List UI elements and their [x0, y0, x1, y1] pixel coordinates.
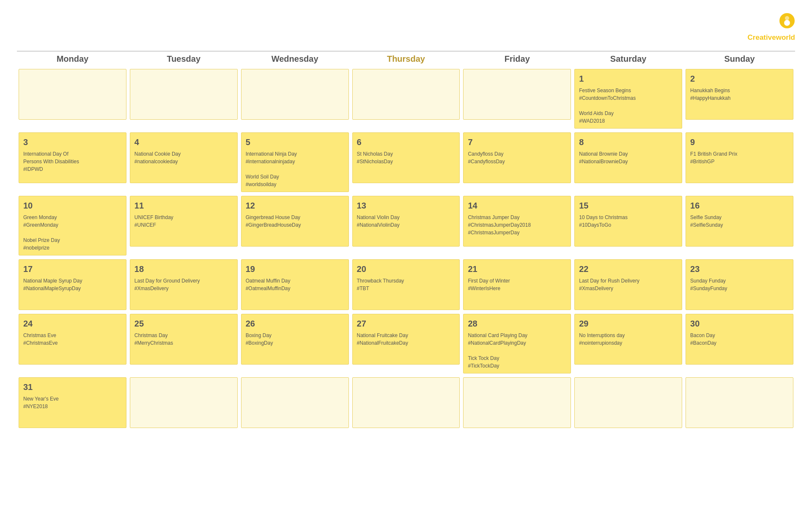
calendar-cell: 12Gingerbread House Day#GingerBreadHouse…	[239, 194, 351, 258]
day-number: 18	[134, 263, 233, 275]
empty-cell	[130, 377, 238, 428]
col-header-friday: Friday	[461, 51, 573, 67]
day-number: 31	[23, 381, 122, 393]
week-row-5: 24Christmas Eve#ChristmasEve25Christmas …	[17, 312, 795, 376]
calendar-cell: 5International Ninja Day#internationalni…	[239, 131, 351, 194]
day-number: 21	[468, 263, 566, 275]
calendar-cell: 20Throwback Thursday#TBT	[351, 258, 462, 312]
logo-area: Creativeworld	[748, 13, 795, 43]
day-cell: 8National Brownie Day#NationalBrownieDay	[574, 132, 682, 183]
calendar-cell: 4National Cookie Day#nationalcookieday	[128, 131, 239, 194]
calendar-cell: 8National Brownie Day#NationalBrownieDay	[573, 131, 684, 194]
day-number: 23	[690, 263, 789, 275]
empty-cell	[463, 377, 571, 428]
calendar-cell: 26Boxing Day#BoxingDay	[239, 312, 351, 376]
col-header-thursday: Thursday	[351, 51, 462, 67]
day-headers-row: MondayTuesdayWednesdayThursdayFridaySatu…	[17, 51, 795, 67]
day-cell: 22Last Day for Rush Delivery#XmasDeliver…	[574, 259, 682, 310]
day-cell: 17National Maple Syrup Day#NationalMaple…	[19, 259, 126, 310]
event-content: Hanukkah Begins#HappyHanukkah	[690, 87, 789, 102]
day-number: 27	[357, 318, 455, 330]
calendar-cell	[17, 67, 128, 131]
event-content: Last Day for Rush Delivery#XmasDelivery	[579, 277, 678, 292]
day-number: 3	[23, 136, 122, 148]
calendar-cell	[684, 376, 795, 430]
day-number: 16	[690, 200, 789, 212]
calendar-cell: 30Bacon Day#BaconDay	[684, 312, 795, 376]
logo-name-bold: Creative	[748, 33, 776, 41]
logo-name-light: world	[776, 33, 795, 41]
calendar-cell: 28National Card Playing Day#NationalCard…	[461, 312, 573, 376]
day-number: 19	[246, 263, 344, 275]
event-content: National Maple Syrup Day#NationalMapleSy…	[23, 277, 122, 292]
empty-cell	[130, 69, 238, 120]
day-number: 7	[468, 136, 566, 148]
day-cell: 23Sunday Funday#SundayFunday	[686, 259, 793, 310]
day-cell: 27National Fruitcake Day#NationalFruitca…	[352, 314, 460, 365]
event-content: First Day of Winter#WinterIsHere	[468, 277, 566, 292]
calendar-cell: 27National Fruitcake Day#NationalFruitca…	[351, 312, 462, 376]
day-number: 17	[23, 263, 122, 275]
calendar-cell	[351, 376, 462, 430]
svg-point-2	[785, 16, 789, 20]
week-row-1: 1Festive Season Begins#CountdownToChrist…	[17, 67, 795, 131]
event-content: Oatmeal Muffin Day#OatmealMuffinDay	[246, 277, 344, 292]
event-content: National Violin Day#NationalViolinDay	[357, 214, 455, 229]
empty-cell	[463, 69, 571, 120]
day-number: 29	[579, 318, 678, 330]
day-cell: 25Christmas Day#MerryChristmas	[130, 314, 238, 365]
calendar-cell: 10Green Monday#GreenMondayNobel Prize Da…	[17, 194, 128, 258]
event-content: Sunday Funday#SundayFunday	[690, 277, 789, 292]
calendar-cell: 11UNICEF Birthday#UNICEF	[128, 194, 239, 258]
day-cell: 30Bacon Day#BaconDay	[686, 314, 793, 365]
calendar-cell: 19Oatmeal Muffin Day#OatmealMuffinDay	[239, 258, 351, 312]
calendar-cell: 29No Interruptions day#nointerrupionsday	[573, 312, 684, 376]
day-cell: 21First Day of Winter#WinterIsHere	[463, 259, 571, 310]
day-cell: 6St Nicholas Day#StNicholasDay	[352, 132, 460, 183]
day-cell: 28National Card Playing Day#NationalCard…	[463, 314, 571, 373]
week-row-3: 10Green Monday#GreenMondayNobel Prize Da…	[17, 194, 795, 258]
day-number: 25	[134, 318, 233, 330]
calendar-cell: 9F1 British Grand Prix#BritishGP	[684, 131, 795, 194]
calendar-cell	[239, 376, 351, 430]
day-number: 26	[246, 318, 344, 330]
event-content: Last Day for Ground Delivery#XmasDeliver…	[134, 277, 233, 292]
event-content: Christmas Eve#ChristmasEve	[23, 332, 122, 347]
event-content: National Cookie Day#nationalcookieday	[134, 150, 233, 165]
day-cell: 29No Interruptions day#nointerrupionsday	[574, 314, 682, 365]
day-number: 13	[357, 200, 455, 212]
day-cell: 18Last Day for Ground Delivery#XmasDeliv…	[130, 259, 238, 310]
event-content: National Fruitcake Day#NationalFruitcake…	[357, 332, 455, 347]
day-number: 11	[134, 200, 233, 212]
event-content: Selfie Sunday#SelfieSunday	[690, 214, 789, 229]
day-number: 9	[690, 136, 789, 148]
calendar-cell	[239, 67, 351, 131]
col-header-tuesday: Tuesday	[128, 51, 239, 67]
event-content: New Year's Eve#NYE2018	[23, 395, 122, 410]
day-cell: 10Green Monday#GreenMondayNobel Prize Da…	[19, 196, 126, 255]
calendar-cell	[461, 376, 573, 430]
event-content: Gingerbread House Day#GingerBreadHouseDa…	[246, 214, 344, 229]
day-cell: 9F1 British Grand Prix#BritishGP	[686, 132, 793, 183]
day-number: 22	[579, 263, 678, 275]
calendar-cell	[128, 67, 239, 131]
day-number: 20	[357, 263, 455, 275]
day-cell: 1Festive Season Begins#CountdownToChrist…	[574, 69, 682, 129]
empty-cell	[241, 69, 349, 120]
calendar-cell: 21First Day of Winter#WinterIsHere	[461, 258, 573, 312]
calendar-cell: 23Sunday Funday#SundayFunday	[684, 258, 795, 312]
day-cell: 26Boxing Day#BoxingDay	[241, 314, 349, 365]
day-number: 15	[579, 200, 678, 212]
page-header: Creativeworld	[17, 13, 795, 43]
week-row-2: 3International Day OfPersons With Disabi…	[17, 131, 795, 194]
day-number: 4	[134, 136, 233, 148]
event-content: International Day OfPersons With Disabil…	[23, 150, 122, 173]
day-cell: 4National Cookie Day#nationalcookieday	[130, 132, 238, 183]
event-content: National Card Playing Day#NationalCardPl…	[468, 332, 566, 370]
event-content: F1 British Grand Prix#BritishGP	[690, 150, 789, 165]
day-number: 30	[690, 318, 789, 330]
day-number: 12	[246, 200, 344, 212]
day-number: 1	[579, 73, 678, 85]
empty-cell	[19, 69, 126, 120]
day-cell: 1510 Days to Christmas#10DaysToGo	[574, 196, 682, 247]
